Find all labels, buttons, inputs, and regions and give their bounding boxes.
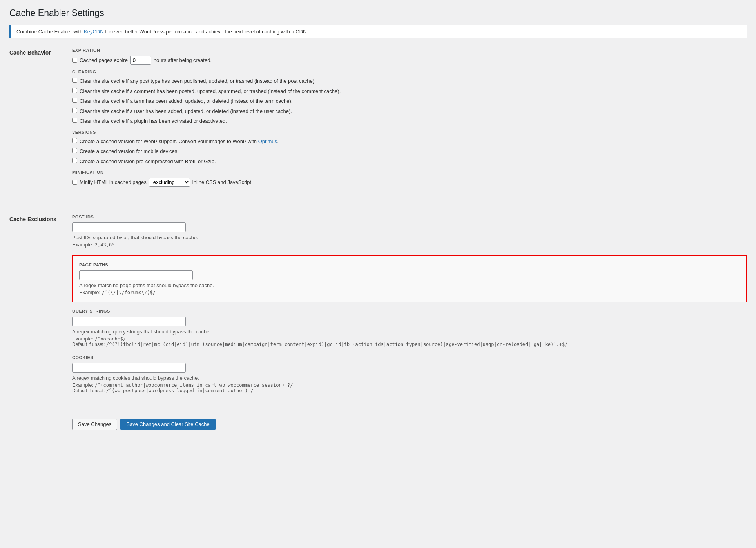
info-text-after: for even better WordPress performance an… [104,29,308,35]
buttons-row: Save Changes Save Changes and Clear Site… [9,409,747,438]
post-ids-group: POST IDS Post IDs separated by a , that … [72,215,747,248]
cache-behavior-row: Cache Behavior EXPIRATION Cached pages e… [9,48,747,197]
cache-exclusions-row: Cache Exclusions POST IDS Post IDs separ… [9,215,747,409]
query-strings-default: Default if unset: /^(?!(fbclid|ref|mc_(c… [72,342,747,347]
minification-row: Minify HTML in cached pages excluding in… [72,178,747,187]
page-paths-desc: A regex matching page paths that should … [79,282,740,288]
page-paths-example: Example: /^(\/|\/forums\/)$/ [79,289,740,295]
expiration-checkbox-label-before: Cached pages expire [80,57,128,63]
settings-table: Cache Behavior EXPIRATION Cached pages e… [9,48,747,438]
versions-checkbox-0[interactable] [72,138,77,143]
expiration-row: Cached pages expire hours after being cr… [72,56,747,65]
cache-behavior-label: Cache Behavior [9,49,51,56]
clearing-text-0: Clear the site cache if any post type ha… [80,77,316,85]
minify-select[interactable]: excluding including [149,178,190,187]
minification-label: MINIFICATION [72,170,747,175]
info-banner: Combine Cache Enabler with KeyCDN for ev… [9,25,747,38]
clearing-checkbox-2[interactable] [72,98,77,103]
query-strings-label: QUERY STRINGS [72,309,747,313]
expiration-label: EXPIRATION [72,48,747,53]
save-button[interactable]: Save Changes [72,419,117,430]
query-strings-example: Example: /^nocache$/ [72,336,747,342]
button-row: Save Changes Save Changes and Clear Site… [72,414,747,430]
expiration-after-label: hours after being created. [154,57,212,63]
clearing-text-2: Clear the site cache if a term has been … [80,97,292,105]
query-strings-example-label: Example: [72,336,93,342]
query-strings-group: QUERY STRINGS A regex matching query str… [72,309,747,347]
info-text-before: Combine Cache Enabler with [16,29,84,35]
page-paths-input[interactable] [79,270,193,280]
clearing-item-4: Clear the site cache if a plugin has bee… [72,117,747,125]
query-strings-example-value: /^nocache$/ [95,336,126,342]
query-strings-desc: A regex matching query strings that shou… [72,329,747,335]
cookies-label: COOKIES [72,355,747,360]
clearing-text-3: Clear the site cache if a user has been … [80,107,292,115]
cookies-example: Example: /^(comment_author|woocommerce_i… [72,382,747,388]
minify-label: Minify HTML in cached pages [80,179,147,185]
clearing-text-1: Clear the site cache if a comment has be… [80,87,341,95]
page-title: Cache Enabler Settings [9,8,747,18]
post-ids-example: Example: 2,43,65 [72,242,747,248]
cookies-input[interactable] [72,363,186,373]
clearing-checkbox-4[interactable] [72,118,77,123]
clearing-checkbox-3[interactable] [72,108,77,113]
post-ids-example-value: 2,43,65 [95,242,115,248]
clearing-item-3: Clear the site cache if a user has been … [72,107,747,115]
versions-checkbox-1[interactable] [72,148,77,153]
versions-item-2: Create a cached version pre-compressed w… [72,158,747,166]
versions-text-2: Create a cached version pre-compressed w… [80,158,216,166]
post-ids-input[interactable] [72,222,186,232]
clearing-item-0: Clear the site cache if any post type ha… [72,77,747,85]
cookies-group: COOKIES A regex matching cookies that sh… [72,355,747,393]
query-strings-default-label: Default if unset: [72,342,105,347]
versions-item-1: Create a cached version for mobile devic… [72,147,747,155]
versions-text-0: Create a cached version for WebP support… [80,138,279,146]
versions-item-0: Create a cached version for WebP support… [72,138,747,146]
section-divider [9,200,739,200]
expiration-hours-input[interactable] [130,56,151,65]
cache-exclusions-label: Cache Exclusions [9,216,56,222]
post-ids-example-label: Example: [72,242,93,248]
clearing-label: CLEARING [72,69,747,74]
save-clear-button[interactable]: Save Changes and Clear Site Cache [120,419,215,430]
versions-text-1: Create a cached version for mobile devic… [80,147,179,155]
cookies-default-value: /^(wp-postpass|wordpress_logged_in|comme… [106,388,254,393]
clearing-item-1: Clear the site cache if a comment has be… [72,87,747,95]
page-paths-label: PAGE PATHS [79,262,740,267]
cookies-desc: A regex matching cookies that should byp… [72,375,747,381]
versions-checkbox-2[interactable] [72,158,77,163]
versions-label: VERSIONS [72,130,747,135]
minify-after-label: inline CSS and JavaScript. [192,179,253,185]
expiration-checkbox[interactable] [72,58,77,63]
optimus-link[interactable]: Optimus [258,138,277,144]
cookies-default: Default if unset: /^(wp-postpass|wordpre… [72,388,747,393]
divider-row [9,197,747,215]
page-paths-group: PAGE PATHS A regex matching page paths t… [79,262,740,295]
cookies-default-label: Default if unset: [72,388,105,393]
post-ids-desc: Post IDs separated by a , that should by… [72,235,747,240]
clearing-checkbox-0[interactable] [72,78,77,83]
post-ids-label: POST IDS [72,215,747,219]
page-paths-example-value: /^(\/|\/forums\/)$/ [102,290,156,295]
cookies-example-label: Example: [72,382,93,388]
query-strings-input[interactable] [72,317,186,326]
clearing-checkbox-1[interactable] [72,88,77,93]
page-paths-highlighted: PAGE PATHS A regex matching page paths t… [72,255,747,302]
clearing-text-4: Clear the site cache if a plugin has bee… [80,117,227,125]
minify-checkbox[interactable] [72,180,77,185]
keycdn-link[interactable]: KeyCDN [84,29,104,35]
query-strings-default-value: /^(?!(fbclid|ref|mc_(cid|eid)|utm_(sourc… [106,342,568,347]
cookies-example-value: /^(comment_author|woocommerce_items_in_c… [95,382,293,388]
page-paths-example-label: Example: [79,289,100,295]
clearing-item-2: Clear the site cache if a term has been … [72,97,747,105]
